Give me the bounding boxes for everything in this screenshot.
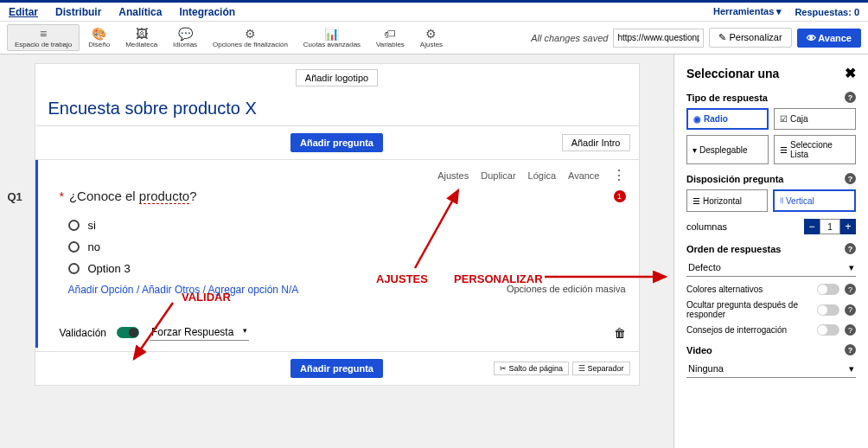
help-icon[interactable]: ?	[845, 324, 856, 336]
tab-editar[interactable]: Editar	[9, 4, 38, 20]
tool-languages[interactable]: 💬Idiomas	[166, 25, 204, 50]
radio-icon	[68, 241, 80, 253]
responses-count: Respuestas: 0	[795, 7, 859, 17]
alt-colors-label: Colores alternativos	[686, 285, 763, 294]
help-icon[interactable]: ?	[845, 92, 856, 103]
chat-icon: 💬	[178, 27, 193, 41]
increment-button[interactable]: +	[840, 219, 856, 234]
image-icon: 🖼	[136, 27, 148, 41]
radio-icon	[68, 220, 80, 231]
validation-label: Validación	[60, 327, 106, 339]
layout-vertical[interactable]: ⦀Vertical	[773, 189, 856, 212]
url-input[interactable]	[613, 29, 704, 48]
toolbar: ≡Espacio de trabajo 🎨Diseño 🖼Mediateca 💬…	[0, 22, 868, 54]
add-others-link[interactable]: Añadir Otros	[142, 284, 200, 296]
q-action-duplicate[interactable]: Duplicar	[481, 170, 515, 181]
tips-label: Consejos de interrogación	[686, 325, 787, 335]
gear-icon: ⚙	[245, 27, 256, 41]
tag-icon: 🏷	[384, 27, 396, 41]
response-type-label: Tipo de respuesta	[686, 93, 768, 103]
add-intro-button[interactable]: Añadir Intro	[562, 134, 630, 151]
order-dropdown[interactable]: Defecto▾	[686, 259, 856, 277]
tool-design[interactable]: 🎨Diseño	[81, 25, 117, 50]
mass-edit-link[interactable]: Opciones de edición masiva	[507, 284, 626, 294]
tool-workspace[interactable]: ≡Espacio de trabajo	[7, 24, 80, 51]
question-text[interactable]: ¿Conoce el producto?	[69, 189, 197, 203]
save-status: All changes saved	[531, 33, 608, 43]
tool-variables[interactable]: 🏷Variables	[369, 25, 412, 50]
add-question-button-2[interactable]: Añadir pregunta	[290, 359, 383, 378]
q-action-logic[interactable]: Lógica	[528, 170, 556, 181]
q-action-settings[interactable]: Ajustes	[437, 170, 469, 181]
hide-after-label: Ocultar pregunta después de responder	[686, 300, 817, 319]
settings-sidebar: Seleccionar una ✖ Tipo de respuesta? ◉Ra…	[673, 54, 868, 448]
add-option-link[interactable]: Añadir Opción	[68, 284, 134, 296]
required-icon: *	[60, 189, 64, 203]
tool-settings[interactable]: ⚙Ajustes	[413, 25, 450, 50]
columns-stepper[interactable]: − +	[804, 219, 856, 234]
columns-label: columnas	[686, 221, 727, 232]
main-nav: Editar Distribuir Analítica Integración …	[0, 3, 868, 22]
tab-analitica[interactable]: Analítica	[118, 4, 162, 20]
option-row[interactable]: si	[68, 219, 626, 232]
tool-quotas[interactable]: 📊Cuotas avanzadas	[297, 25, 367, 50]
columns-input[interactable]	[820, 219, 840, 234]
chart-icon: 📊	[324, 27, 339, 41]
validation-toggle[interactable]	[117, 327, 139, 338]
error-badge[interactable]: 1	[614, 190, 626, 202]
order-label: Orden de respuestas	[686, 244, 781, 254]
radio-icon	[68, 263, 80, 274]
palette-icon: 🎨	[92, 27, 106, 41]
type-dropdown[interactable]: ▾Desplegable	[686, 135, 769, 164]
question-number: Q1	[8, 190, 22, 203]
hide-after-toggle[interactable]	[817, 304, 839, 316]
tools-menu[interactable]: Herramientas ▾	[713, 6, 782, 17]
trash-icon[interactable]: 🗑	[614, 326, 626, 340]
question-block: Q1 Ajustes Duplicar Lógica Avance ⋮ * ¿C…	[35, 160, 639, 348]
q-action-advance[interactable]: Avance	[568, 170, 600, 181]
add-logo-button[interactable]: Añadir logotipo	[296, 69, 378, 86]
add-na-link[interactable]: Agregar opción N/A	[208, 284, 299, 296]
decrement-button[interactable]: −	[804, 219, 820, 234]
help-icon[interactable]: ?	[845, 344, 856, 355]
alt-colors-toggle[interactable]	[817, 284, 839, 295]
sidebar-title: Seleccionar una	[686, 67, 779, 80]
layout-horizontal[interactable]: ☰Horizontal	[686, 189, 768, 212]
help-icon[interactable]: ?	[845, 173, 856, 184]
video-dropdown[interactable]: Ninguna▾	[686, 361, 856, 378]
type-radio[interactable]: ◉Radio	[686, 108, 769, 130]
separator-button[interactable]: ☰ Separador	[572, 362, 630, 375]
gear-icon: ⚙	[425, 27, 437, 41]
option-row[interactable]: Option 3	[68, 262, 626, 275]
tab-distribuir[interactable]: Distribuir	[55, 4, 101, 20]
force-response-dropdown[interactable]: Forzar Respuesta	[150, 324, 249, 341]
layout-label: Disposición pregunta	[686, 174, 783, 184]
more-icon[interactable]: ⋮	[612, 167, 626, 183]
option-row[interactable]: no	[68, 240, 626, 253]
advance-button[interactable]: 👁 Avance	[797, 29, 861, 48]
personalize-button[interactable]: ✎ Personalizar	[709, 28, 791, 48]
survey-title[interactable]: Encuesta sobre producto X	[35, 92, 639, 125]
close-icon[interactable]: ✖	[845, 65, 856, 81]
help-icon[interactable]: ?	[845, 243, 856, 254]
tool-media[interactable]: 🖼Mediateca	[118, 25, 164, 50]
add-question-button[interactable]: Añadir pregunta	[290, 133, 383, 152]
help-icon[interactable]: ?	[845, 304, 856, 316]
workspace-icon: ≡	[40, 27, 47, 41]
help-icon[interactable]: ?	[845, 284, 856, 295]
tips-toggle[interactable]	[817, 324, 839, 336]
tool-completion[interactable]: ⚙Opciones de finalización	[206, 25, 295, 50]
type-checkbox[interactable]: ☑Caja	[774, 108, 856, 130]
type-list[interactable]: ☰Seleccione Lista	[774, 135, 856, 164]
tab-integracion[interactable]: Integración	[179, 4, 235, 20]
page-break-button[interactable]: ✂ Salto de página	[494, 362, 569, 375]
video-label: Video	[686, 345, 712, 355]
workspace: Añadir logotipo Encuesta sobre producto …	[0, 54, 673, 448]
